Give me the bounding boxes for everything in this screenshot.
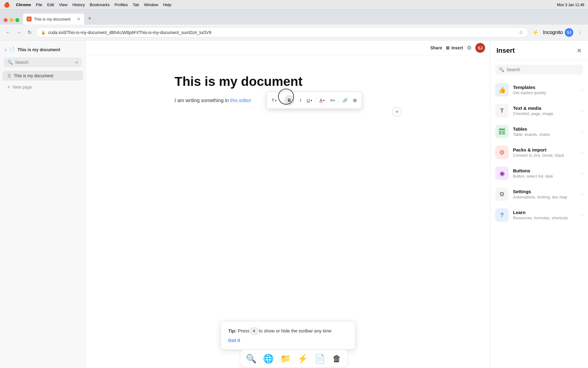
- dock-folder[interactable]: 📁: [278, 351, 293, 366]
- learn-content: Learn Resources, formulas, shortcuts: [513, 210, 577, 220]
- tip-message-2: to show or hide the toolbar any time: [259, 328, 332, 333]
- menubar-time: Mon 3 Jan 11:46: [557, 3, 584, 7]
- learn-title: Learn: [513, 210, 577, 215]
- dock-trash[interactable]: 🗑: [330, 351, 344, 366]
- new-tab-btn[interactable]: +: [85, 15, 94, 25]
- close-window-btn[interactable]: [4, 18, 8, 22]
- settings-desc: Automations, locking, doc map: [513, 195, 577, 199]
- fmt-link-btn[interactable]: 🔗: [340, 96, 350, 105]
- user-avatar[interactable]: SJ: [475, 43, 485, 53]
- extensions-btn[interactable]: ⚡: [531, 28, 541, 37]
- learn-desc: Resources, formulas, shortcuts: [513, 216, 577, 220]
- insert-search[interactable]: 🔍: [495, 65, 583, 75]
- address-url: coda.io/d/This-is-my-document_dBhAUW8p6F…: [48, 30, 516, 35]
- insert-label: Insert: [451, 45, 463, 50]
- address-input-wrap[interactable]: 🔒 coda.io/d/This-is-my-document_dBhAUW8p…: [36, 27, 528, 37]
- doc-body-text: I am writing something in: [175, 98, 230, 103]
- fmt-italic-btn[interactable]: I: [298, 96, 304, 105]
- insert-item-tables[interactable]: Tables Table, boards, charts ›: [490, 121, 588, 142]
- fmt-divider-1: [280, 97, 281, 103]
- share-btn[interactable]: Share: [430, 45, 442, 50]
- sidebar-header: ‹ 📄 This is my document: [0, 44, 85, 55]
- menu-window[interactable]: Window: [144, 2, 158, 7]
- profile-avatar[interactable]: SJ: [565, 28, 573, 37]
- format-toolbar: T ▾ B I U ▾: [266, 92, 362, 109]
- sidebar-search-input[interactable]: [15, 60, 73, 65]
- fmt-divider-2: [316, 97, 316, 103]
- menu-items: File Edit View History Bookmarks Profile…: [36, 2, 171, 7]
- sidebar-page-item[interactable]: ☰ This is my document: [2, 71, 83, 81]
- menu-history[interactable]: History: [72, 2, 85, 7]
- doc-settings-btn[interactable]: ⚙: [467, 44, 472, 51]
- fmt-text-icon: T: [272, 98, 274, 103]
- text-media-content: Text & media Checklist, page, image: [513, 105, 577, 116]
- insert-item-packs[interactable]: ⚙ Packs & import Connect to Jira, Gmail,…: [490, 142, 588, 163]
- insert-panel-header: Insert ✕: [490, 40, 588, 60]
- insert-btn[interactable]: ⊞ Insert: [446, 45, 463, 50]
- apple-menu[interactable]: 🍎: [4, 2, 10, 8]
- doc-area: Share ⊞ Insert ⚙ SJ This is my document …: [86, 40, 490, 368]
- fmt-underline-btn[interactable]: U ▾: [304, 96, 314, 105]
- buttons-content: Buttons Button, select list, date: [513, 168, 577, 178]
- forward-btn[interactable]: →: [15, 28, 23, 37]
- doc-add-btn[interactable]: +: [393, 108, 401, 116]
- maximize-window-btn[interactable]: [15, 18, 19, 22]
- sidebar-search[interactable]: 🔍 «: [4, 57, 82, 67]
- insert-item-settings[interactable]: ⚙ Settings Automations, locking, doc map…: [490, 184, 588, 205]
- sidebar-new-page-label: New page: [13, 85, 32, 90]
- templates-arrow: ›: [582, 87, 583, 93]
- sidebar-new-page-btn[interactable]: + New page: [2, 82, 83, 92]
- sidebar-collapse-btn[interactable]: «: [75, 59, 78, 65]
- packs-icon: ⚙: [495, 146, 509, 159]
- doc-body-link[interactable]: this editor: [230, 98, 251, 103]
- tab-close-btn[interactable]: ✕: [77, 17, 81, 21]
- fmt-color-btn[interactable]: A ▾: [317, 96, 327, 105]
- minimize-window-btn[interactable]: [9, 18, 13, 22]
- chrome-menu-btn[interactable]: ⋮: [576, 28, 584, 37]
- tables-icon: [495, 125, 509, 138]
- bookmark-icon[interactable]: ☆: [519, 29, 523, 35]
- insert-item-templates[interactable]: 👍 Templates Get started quickly ›: [490, 79, 588, 100]
- fmt-bold-btn[interactable]: B: [282, 93, 297, 107]
- fmt-text-btn[interactable]: T ▾: [269, 96, 279, 105]
- menu-view[interactable]: View: [59, 2, 67, 7]
- settings-icon: ⚙: [495, 187, 509, 201]
- menu-edit[interactable]: Edit: [47, 2, 54, 7]
- tip-shortcut: ⌘: [251, 328, 258, 335]
- svg-rect-0: [499, 128, 505, 130]
- back-btn[interactable]: ←: [4, 28, 12, 37]
- insert-search-input[interactable]: [507, 67, 579, 72]
- menu-file[interactable]: File: [36, 2, 42, 7]
- sidebar-back-btn[interactable]: ‹: [5, 47, 6, 52]
- menu-profiles[interactable]: Profiles: [115, 2, 128, 7]
- dock-doc[interactable]: 📄: [312, 351, 327, 366]
- tip-got-it-btn[interactable]: Got it: [228, 338, 240, 343]
- active-tab[interactable]: C This is my document ✕: [23, 13, 84, 25]
- menu-tab[interactable]: Tab: [133, 2, 139, 7]
- sidebar-new-icon: +: [7, 84, 10, 90]
- fmt-link-icon: 🔗: [342, 98, 348, 103]
- main-layout: ‹ 📄 This is my document 🔍 « ☰ This is my…: [0, 40, 588, 368]
- packs-desc: Connect to Jira, Gmail, Slack: [513, 153, 577, 158]
- profile-badge[interactable]: Incognito SJ: [543, 28, 573, 37]
- insert-item-text-media[interactable]: T Text & media Checklist, page, image ›: [490, 100, 588, 121]
- dock-lightning[interactable]: ⚡: [295, 351, 310, 366]
- buttons-icon: ◉: [495, 167, 509, 180]
- dock-chrome[interactable]: 🌐: [261, 351, 276, 366]
- app-name: Chrome: [16, 2, 31, 7]
- menu-help[interactable]: Help: [163, 2, 172, 7]
- fmt-underline-icon: U: [307, 98, 310, 103]
- fmt-more-btn[interactable]: ⊞: [351, 96, 359, 105]
- doc-title: This is my document: [175, 74, 401, 89]
- doc-toolbar: Share ⊞ Insert ⚙ SJ: [86, 40, 490, 56]
- insert-icon: ⊞: [446, 45, 450, 50]
- learn-icon: ?: [495, 208, 509, 222]
- dock-finder[interactable]: 🔍: [244, 351, 258, 366]
- refresh-btn[interactable]: ↻: [26, 28, 33, 37]
- insert-item-buttons[interactable]: ◉ Buttons Button, select list, date ›: [490, 163, 588, 184]
- insert-item-learn[interactable]: ? Learn Resources, formulas, shortcuts ›: [490, 205, 588, 225]
- fmt-align-btn[interactable]: ≡ ▾: [328, 96, 337, 105]
- insert-panel-close-btn[interactable]: ✕: [577, 47, 582, 54]
- menu-bookmarks[interactable]: Bookmarks: [90, 2, 110, 7]
- sidebar: ‹ 📄 This is my document 🔍 « ☰ This is my…: [0, 40, 86, 368]
